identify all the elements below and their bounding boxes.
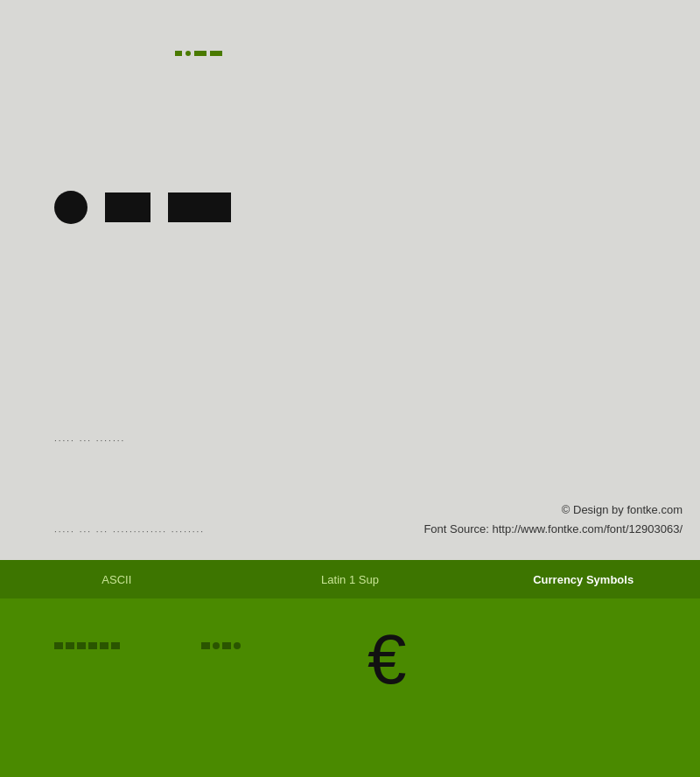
gdot2-4 [234,642,241,649]
green-content: € [0,598,700,777]
gdot-3 [77,642,86,649]
font-source-url[interactable]: http://www.fontke.com/font/12903063/ [492,522,682,536]
decorative-text-2: ····· ··· ··· ············· ········ [54,527,205,536]
tab-ascii[interactable]: ASCII [0,563,234,597]
euro-symbol: € [368,625,407,695]
gdot-5 [100,642,108,649]
tab-latin1sup[interactable]: Latin 1 Sup [234,563,467,597]
shapes-row [54,191,231,224]
dash-1 [194,51,206,56]
gdot2-1 [201,642,210,649]
tabs-row: ASCII Latin 1 Sup Currency Symbols [0,560,700,598]
green-dots-row-1 [54,642,120,649]
gdot2-2 [213,642,220,649]
top-section: ····· ··· ······· ····· ··· ··· ········… [0,0,700,560]
dot-2 [186,51,191,56]
shape-rect-small [105,192,150,222]
font-source: Font Source: http://www.fontke.com/font/… [424,522,682,536]
font-source-label: Font Source: [424,522,488,536]
shape-circle [54,191,88,224]
gdot-1 [54,642,63,649]
decorative-text-1: ····· ··· ······· [54,436,125,445]
dash-2 [210,51,222,56]
design-credit: © Design by fontke.com [562,503,682,516]
shape-rect-large [168,192,231,222]
dots-pattern-top [175,51,222,56]
gdot2-3 [222,642,231,649]
gdot-4 [88,642,97,649]
gdot-6 [111,642,120,649]
bottom-section: ASCII Latin 1 Sup Currency Symbols € [0,560,700,777]
gdot-2 [66,642,74,649]
tab-currency[interactable]: Currency Symbols [466,563,700,597]
green-dots-row-2 [201,642,241,649]
dot-1 [175,51,182,56]
